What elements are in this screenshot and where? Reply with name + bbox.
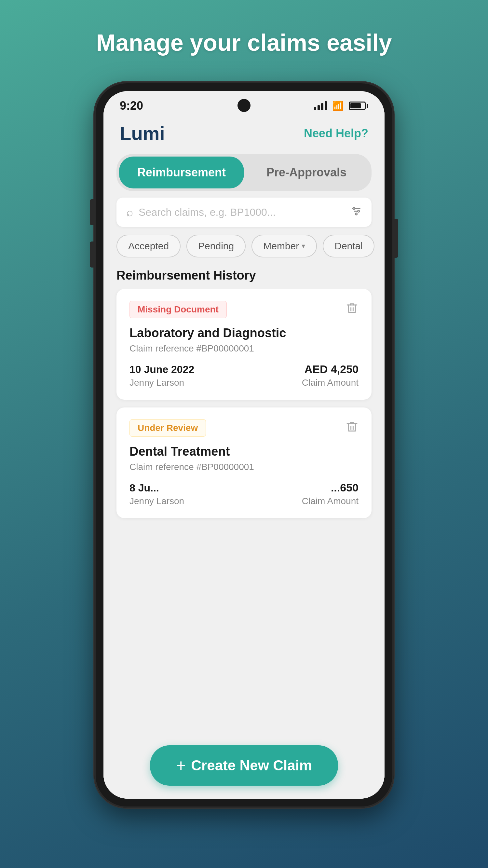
claim-date-group-2: 8 Ju... Jenny Larson — [129, 482, 184, 506]
status-time: 9:20 — [120, 99, 143, 113]
page-title: Manage your claims easily — [96, 29, 392, 56]
tab-switcher: Reimbursement Pre-Approvals — [117, 154, 371, 191]
claim-title-2: Dental Treatment — [129, 444, 359, 459]
claim-amount-label-1: Claim Amount — [302, 377, 359, 388]
claim-date-group-1: 10 June 2022 Jenny Larson — [129, 364, 194, 388]
fab-container: + Create New Claim — [103, 745, 385, 799]
section-title: Reimbursement History — [103, 265, 385, 289]
search-icon: ⌕ — [126, 205, 133, 219]
plus-icon: + — [176, 757, 186, 774]
chip-pending[interactable]: Pending — [187, 235, 246, 257]
signal-icon — [314, 101, 327, 110]
claim-ref-1: Claim reference #BP00000001 — [129, 343, 359, 354]
chevron-down-icon: ▾ — [301, 242, 305, 250]
claim-footer-1: 10 June 2022 Jenny Larson AED 4,250 Clai… — [129, 363, 359, 388]
claim-card-1[interactable]: Missing Document Laboratory and Diagnost… — [117, 289, 371, 400]
card-header-1: Missing Document — [129, 301, 359, 318]
claim-amount-group-1: AED 4,250 Claim Amount — [302, 363, 359, 388]
card-header-2: Under Review — [129, 419, 359, 437]
chip-dental[interactable]: Dental — [323, 235, 375, 257]
chip-member[interactable]: Member ▾ — [252, 235, 317, 257]
filter-chips: Accepted Pending Member ▾ Dental — [103, 235, 385, 265]
need-help-link[interactable]: Need Help? — [304, 127, 368, 140]
claim-title-1: Laboratory and Diagnostic — [129, 326, 359, 340]
phone-screen: 9:20 📶 Lumi Need Help? — [103, 91, 385, 799]
camera-notch — [237, 99, 251, 112]
claim-footer-2: 8 Ju... Jenny Larson ...650 Claim Amount — [129, 482, 359, 506]
battery-icon — [349, 101, 368, 110]
chip-accepted[interactable]: Accepted — [117, 235, 181, 257]
app-header: Lumi Need Help? — [103, 116, 385, 151]
svg-point-5 — [355, 213, 357, 215]
delete-icon[interactable] — [346, 302, 359, 318]
status-icons: 📶 — [314, 100, 368, 111]
phone-mockup: 9:20 📶 Lumi Need Help? — [94, 82, 394, 808]
claim-amount-group-2: ...650 Claim Amount — [302, 482, 359, 506]
svg-point-4 — [358, 210, 359, 212]
filter-icon[interactable] — [351, 206, 362, 219]
tab-reimbursement[interactable]: Reimbursement — [119, 157, 244, 188]
app-logo: Lumi — [120, 122, 165, 144]
claim-amount-label-2: Claim Amount — [302, 496, 359, 506]
tab-pre-approvals[interactable]: Pre-Approvals — [244, 157, 369, 188]
wifi-icon: 📶 — [332, 100, 344, 111]
svg-point-3 — [353, 207, 355, 209]
fab-label: Create New Claim — [191, 757, 312, 774]
status-badge-missing: Missing Document — [129, 301, 227, 318]
app-content: Lumi Need Help? Reimbursement Pre-Approv… — [103, 116, 385, 799]
claim-date-2: 8 Ju... — [129, 482, 184, 494]
claim-amount-2: ...650 — [302, 482, 359, 494]
claim-member-1: Jenny Larson — [129, 377, 194, 388]
search-placeholder: Search claims, e.g. BP1000... — [139, 206, 351, 218]
claim-date-1: 10 June 2022 — [129, 364, 194, 376]
claim-amount-1: AED 4,250 — [302, 363, 359, 376]
claim-ref-2: Claim reference #BP00000001 — [129, 462, 359, 472]
delete-icon-2[interactable] — [346, 420, 359, 436]
claims-list: Missing Document Laboratory and Diagnost… — [103, 289, 385, 799]
search-bar[interactable]: ⌕ Search claims, e.g. BP1000... — [117, 197, 371, 227]
claim-member-2: Jenny Larson — [129, 496, 184, 506]
claim-card-2[interactable]: Under Review Dental Treatment Claim refe… — [117, 407, 371, 518]
create-new-claim-button[interactable]: + Create New Claim — [150, 745, 338, 786]
status-badge-review: Under Review — [129, 419, 206, 437]
